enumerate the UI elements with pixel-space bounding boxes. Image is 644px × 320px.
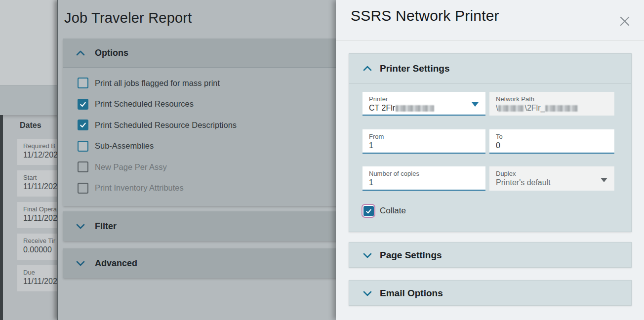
- dates-heading: Dates: [20, 121, 41, 130]
- options-section-label: Options: [95, 48, 128, 58]
- options-section-body: Print all jobs flagged for mass print Pr…: [63, 68, 336, 206]
- checkbox-label: Print Inventory Attributes: [95, 183, 184, 193]
- printer-settings-header[interactable]: Printer Settings: [349, 54, 631, 83]
- options-section: Options Print all jobs flagged for mass …: [63, 39, 336, 206]
- date-field-value: 11/12/202: [23, 151, 57, 160]
- checkbox-disabled-icon: [78, 161, 88, 172]
- checkbox-checked-icon[interactable]: [78, 99, 88, 110]
- duplex-select: Duplex Printer's default: [489, 166, 614, 191]
- chevron-up-icon: [363, 66, 372, 71]
- checkbox-label: Print Scheduled Resources: [95, 99, 194, 109]
- printer-select-value: CT 2Flr: [369, 104, 485, 113]
- advanced-section: Advanced: [63, 248, 336, 278]
- checkbox-row-print-scheduled-resource-descriptions[interactable]: Print Scheduled Resource Descriptions: [63, 115, 336, 136]
- checkbox-checked-icon[interactable]: [78, 120, 88, 130]
- checkbox-row-sub-assemblies[interactable]: Sub-Assemblies: [63, 136, 336, 157]
- redacted-text: [545, 105, 578, 112]
- checkbox-label: Print Scheduled Resource Descriptions: [95, 120, 237, 130]
- background-toolbar-band: [0, 85, 57, 115]
- collate-checkbox-row[interactable]: Collate: [362, 204, 406, 218]
- checkbox-focus-ring: [362, 204, 375, 218]
- filter-section: Filter: [63, 211, 336, 241]
- app-screen: Dates Required B 11/12/202 Start 11/11/2…: [0, 0, 644, 320]
- checkbox-row-new-page-per-assy: New Page Per Assy: [63, 157, 336, 178]
- email-options-section: Email Options: [349, 280, 632, 306]
- redacted-text: [498, 105, 524, 112]
- to-input-value: 0: [496, 141, 614, 150]
- checkbox-row-print-inventory-attributes: Print Inventory Attributes: [63, 178, 336, 199]
- copies-input-value: 1: [369, 178, 485, 187]
- duplex-select-value: Printer's default: [496, 178, 614, 187]
- page-settings-section: Page Settings: [349, 242, 632, 268]
- chevron-down-icon: [76, 224, 85, 229]
- date-field-label: Start: [23, 174, 57, 181]
- date-field-label: Final Opera: [23, 205, 57, 213]
- checkbox-checked-icon[interactable]: [363, 206, 374, 216]
- to-input[interactable]: To 0: [489, 129, 614, 154]
- checkbox-unchecked-icon[interactable]: [78, 78, 88, 88]
- checkbox-unchecked-icon[interactable]: [78, 141, 88, 152]
- options-section-header[interactable]: Options: [63, 39, 336, 68]
- date-field-label: Required B: [23, 142, 57, 150]
- dropdown-arrow-icon: [601, 178, 607, 182]
- date-field-start[interactable]: Start 11/11/202: [17, 170, 57, 197]
- date-field-value: 0.00000: [23, 245, 57, 254]
- date-field-required-by[interactable]: Required B 11/12/202: [17, 139, 57, 165]
- date-field-due[interactable]: Due 11/11/202: [17, 265, 57, 291]
- page-settings-header[interactable]: Page Settings: [349, 242, 631, 268]
- left-dark-rail: [0, 115, 3, 320]
- dropdown-arrow-icon[interactable]: [472, 102, 479, 107]
- checkbox-label: New Page Per Assy: [95, 162, 167, 172]
- printer-select[interactable]: Printer CT 2Flr: [362, 92, 485, 116]
- page-settings-label: Page Settings: [380, 250, 442, 261]
- drawer-header: SSRS Network Printer: [336, 0, 644, 41]
- chevron-down-icon: [363, 291, 372, 296]
- from-input-label: From: [369, 133, 485, 140]
- job-traveler-report-dialog: Job Traveler Report Options Print all jo…: [57, 0, 336, 320]
- email-options-header[interactable]: Email Options: [349, 280, 631, 306]
- date-field-value: 11/11/202: [23, 277, 57, 286]
- network-path-field: Network Path \ \2Flr_: [489, 92, 614, 116]
- from-input-value: 1: [369, 141, 485, 150]
- checkbox-disabled-icon: [78, 183, 88, 194]
- duplex-select-label: Duplex: [496, 170, 614, 177]
- dialog-title: Job Traveler Report: [64, 10, 192, 26]
- printer-settings-label: Printer Settings: [380, 63, 449, 74]
- copies-input-label: Number of copies: [369, 170, 485, 177]
- date-field-label: Receive Tir: [23, 237, 57, 244]
- date-field-receive-time[interactable]: Receive Tir 0.00000: [17, 234, 57, 260]
- chevron-down-icon: [363, 253, 372, 258]
- checkbox-row-print-scheduled-resources[interactable]: Print Scheduled Resources: [63, 94, 336, 115]
- background-top-panel: [0, 0, 57, 85]
- filter-section-header[interactable]: Filter: [63, 211, 336, 241]
- ssrs-network-printer-drawer: SSRS Network Printer Printer Settings Pr…: [336, 0, 644, 320]
- date-field-label: Due: [23, 269, 57, 276]
- checkbox-row-mass-print[interactable]: Print all jobs flagged for mass print: [63, 73, 336, 94]
- from-input[interactable]: From 1: [362, 129, 485, 154]
- to-input-label: To: [496, 133, 614, 140]
- printer-settings-section: Printer Settings Printer CT 2Flr Network…: [349, 53, 632, 232]
- network-path-value: \ \2Flr_: [496, 104, 614, 113]
- network-path-label: Network Path: [496, 95, 614, 103]
- collate-checkbox-label: Collate: [380, 206, 406, 216]
- chevron-down-icon: [76, 261, 85, 266]
- number-of-copies-input[interactable]: Number of copies 1: [362, 166, 485, 191]
- filter-section-label: Filter: [95, 221, 117, 232]
- background-page: Dates Required B 11/12/202 Start 11/11/2…: [0, 0, 57, 320]
- advanced-section-header[interactable]: Advanced: [63, 248, 336, 278]
- close-icon[interactable]: [618, 15, 631, 28]
- date-field-final-operation[interactable]: Final Opera 11/11/202: [17, 202, 57, 228]
- chevron-up-icon: [76, 50, 85, 56]
- date-field-value: 11/11/202: [23, 182, 57, 191]
- drawer-title: SSRS Network Printer: [351, 7, 499, 24]
- printer-select-label: Printer: [369, 95, 485, 103]
- redacted-text: [396, 105, 434, 112]
- checkbox-label: Print all jobs flagged for mass print: [95, 79, 220, 88]
- date-field-value: 11/11/202: [23, 214, 57, 223]
- advanced-section-label: Advanced: [95, 258, 137, 269]
- email-options-label: Email Options: [380, 288, 443, 299]
- checkbox-label: Sub-Assemblies: [95, 141, 154, 151]
